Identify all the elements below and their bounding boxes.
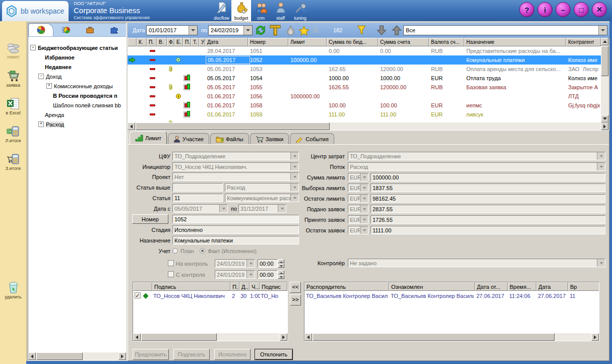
tree-tab-analytics[interactable] (53, 23, 78, 36)
fact-radio[interactable] (200, 248, 205, 254)
column-header[interactable]: В. (157, 38, 167, 46)
item-name-select[interactable]: Коммуникационные расходы (225, 194, 299, 202)
requests-filed-field[interactable]: 2837.55 (371, 205, 605, 213)
module-staff[interactable]: staff (271, 0, 290, 21)
parent-flow-select[interactable]: Расход (225, 183, 299, 192)
table-row[interactable]: 05.05.2017 1053 162.65 12000.00 RUB Опла… (128, 65, 601, 74)
requests-accepted-currency[interactable]: EUR (348, 215, 369, 224)
chevron-down-icon[interactable] (290, 184, 298, 191)
scroll-thumb[interactable] (601, 46, 608, 76)
table-row[interactable]: 05.05.2017 1054 1000.00 1000.00 EUR Отла… (128, 74, 601, 83)
executed-button[interactable]: Исполнено (214, 349, 251, 360)
column-header[interactable]: Подпись (152, 282, 230, 291)
sidebar-item-delete[interactable]: удалить (0, 280, 26, 299)
flame-icon[interactable] (286, 25, 295, 37)
column-header[interactable] (133, 282, 152, 291)
scroll-thumb[interactable] (36, 352, 83, 360)
scroll-thumb[interactable] (313, 333, 555, 341)
column-header[interactable]: Ф. (167, 38, 174, 46)
plan-radio[interactable] (172, 248, 178, 254)
column-header[interactable]: Т. (191, 38, 199, 46)
limit-used-currency[interactable]: EUR (348, 184, 369, 192)
tree-node-russia[interactable]: В России проводятся п (28, 91, 126, 100)
column-header[interactable]: Ознакомлен (389, 282, 475, 291)
close-button[interactable]: ✕ (592, 2, 607, 17)
column-header[interactable] (128, 38, 137, 46)
tab-files[interactable]: Файлы (210, 133, 249, 144)
info-button[interactable]: i (537, 2, 553, 17)
oncontrol-checkbox[interactable] (168, 260, 174, 266)
tree-node-commission[interactable]: +Комиссионные доходы (28, 81, 126, 91)
reject-button[interactable]: Отклонить (255, 349, 293, 360)
initiator-select[interactable]: ТО_Носов ЧКЦ Николаевич. (172, 162, 299, 171)
item-code-field[interactable]: 11 (172, 194, 223, 202)
cost-center-select[interactable]: ТО_Подразделение (348, 152, 605, 160)
chevron-down-icon[interactable] (360, 216, 368, 223)
column-header[interactable]: У (199, 38, 205, 46)
scroll-up-icon[interactable] (601, 38, 608, 45)
tree-node-template[interactable]: Шаблон полей слияния bb (28, 100, 126, 110)
k-filter-icon[interactable]: K (313, 26, 319, 35)
date-to-picker[interactable]: 24/02/2019 (208, 25, 253, 35)
column-header[interactable]: Е. (174, 38, 183, 46)
column-header[interactable]: П. (230, 282, 239, 291)
column-header[interactable]: Валюта сч... (429, 38, 464, 46)
table-row[interactable]: 01.06.2017 1059 111.00 111.00 EUR пивсук (128, 110, 601, 119)
expander-icon[interactable]: + (38, 122, 44, 127)
maximize-button[interactable]: □ (574, 2, 589, 17)
number-field[interactable]: 1052 (172, 215, 299, 223)
parent-item-field[interactable] (172, 183, 223, 192)
column-header[interactable]: П. (183, 38, 191, 46)
chevron-down-icon[interactable] (278, 205, 286, 212)
refresh-icon[interactable] (255, 25, 267, 37)
chevron-down-icon[interactable] (290, 152, 298, 160)
sidebar-item-request-totals[interactable]: З.итоги (0, 153, 26, 171)
table-row[interactable]: 01.06.2017 1058 100.00 100.00 EUR иепмс … (128, 101, 601, 110)
scroll-down-icon[interactable] (601, 115, 608, 123)
chevron-down-icon[interactable] (597, 163, 605, 170)
chevron-down-icon[interactable] (290, 173, 298, 180)
purpose-field[interactable]: Комунальные платежи (172, 236, 299, 245)
chevron-down-icon[interactable] (219, 205, 227, 212)
column-header[interactable]: Время... (508, 282, 536, 291)
chevron-down-icon[interactable] (360, 205, 368, 213)
limit-rest-field[interactable]: 98162.45 (371, 194, 605, 203)
limit-sum-field[interactable]: 100000.00 (371, 173, 605, 181)
scroll-right-icon[interactable] (118, 352, 126, 360)
sidebar-item-limit-totals[interactable]: Л.итоги (0, 125, 26, 143)
chevron-down-icon[interactable] (290, 194, 298, 202)
chevron-down-icon[interactable] (360, 184, 368, 192)
column-header[interactable]: Дата от... (475, 282, 508, 291)
limit-used-field[interactable]: 1837.55 (371, 184, 605, 192)
limit-date-from-picker[interactable]: 05/05/2017 (172, 204, 228, 213)
offcontrol-time-stepper[interactable] (278, 270, 284, 279)
scroll-thumb[interactable] (136, 123, 330, 130)
tree-tab-plugins[interactable] (102, 23, 126, 36)
transfer-left-button[interactable]: << (290, 282, 301, 293)
propose-button[interactable]: Предложить (133, 349, 169, 360)
module-budget[interactable]: budget (231, 0, 251, 21)
cfu-select[interactable]: ТО_Подразделение (172, 152, 299, 160)
tree-node-expense[interactable]: +Расход (28, 119, 126, 129)
table-row[interactable]: 01.06.2017 1056 1000000.00 ЛТД (128, 92, 601, 101)
date-from-picker[interactable]: 01/01/2017 (146, 25, 198, 35)
transfer-right-button[interactable]: >> (290, 294, 301, 306)
project-select[interactable]: Нет (172, 172, 299, 181)
table-row[interactable]: 05.05.2017 1055 1626.55 120000.00 RUB Ба… (128, 83, 601, 92)
chevron-down-icon[interactable] (290, 163, 298, 170)
tree-tab-articles[interactable] (28, 23, 53, 36)
column-header[interactable]: Ч... (250, 282, 260, 291)
approvals-horizontal-scrollbar[interactable] (304, 333, 599, 341)
chevron-down-icon[interactable] (189, 26, 197, 35)
column-header[interactable]: Сумма счета (378, 38, 429, 46)
chevron-down-icon[interactable] (247, 271, 255, 278)
column-header[interactable]: Номер (248, 38, 288, 46)
offcontrol-date-picker[interactable]: 24/01/2019 (215, 270, 255, 279)
tree-node-rent[interactable]: Аренда (28, 110, 126, 119)
oncontrol-date-picker[interactable]: 24/01/2019 (215, 259, 255, 268)
offcontrol-checkbox[interactable] (168, 271, 174, 277)
column-header[interactable]: Лимит (288, 38, 327, 46)
chevron-down-icon[interactable] (360, 226, 368, 234)
view-filter-select[interactable]: Все (403, 25, 607, 35)
scroll-left-icon[interactable] (304, 333, 312, 341)
